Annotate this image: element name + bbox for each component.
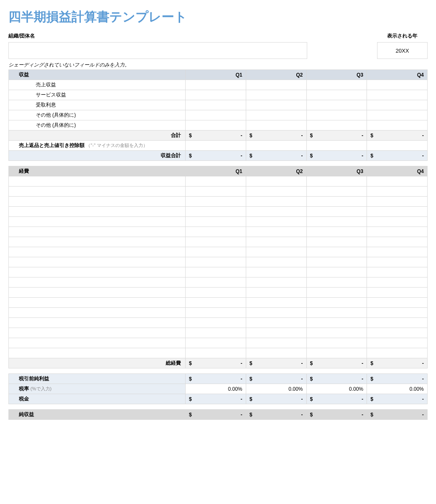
- cell[interactable]: [186, 197, 246, 207]
- cell[interactable]: [186, 328, 246, 338]
- cell[interactable]: [186, 187, 246, 197]
- cell[interactable]: [367, 288, 428, 298]
- expense-row-label[interactable]: [9, 277, 186, 288]
- cell[interactable]: [246, 90, 306, 100]
- cell[interactable]: [246, 267, 306, 277]
- cell[interactable]: [367, 100, 428, 110]
- expense-row-label[interactable]: [9, 348, 186, 358]
- cell[interactable]: [246, 100, 306, 110]
- cell[interactable]: [246, 197, 306, 207]
- cell[interactable]: [246, 237, 306, 247]
- cell[interactable]: [246, 328, 306, 338]
- cell[interactable]: [306, 288, 367, 298]
- expense-row-label[interactable]: [9, 197, 186, 207]
- expense-row-label[interactable]: [9, 338, 186, 348]
- cell[interactable]: [367, 227, 428, 237]
- cell[interactable]: [306, 217, 367, 227]
- cell[interactable]: [367, 348, 428, 358]
- cell[interactable]: [246, 348, 306, 358]
- cell[interactable]: [367, 207, 428, 217]
- cell[interactable]: [186, 318, 246, 328]
- cell[interactable]: [306, 176, 367, 187]
- cell[interactable]: [246, 318, 306, 328]
- cell[interactable]: [186, 207, 246, 217]
- expense-row-label[interactable]: [9, 247, 186, 257]
- cell[interactable]: [186, 308, 246, 318]
- cell[interactable]: [246, 298, 306, 308]
- cell[interactable]: [186, 227, 246, 237]
- cell[interactable]: [367, 247, 428, 257]
- cell[interactable]: [367, 338, 428, 348]
- cell[interactable]: [186, 120, 246, 131]
- cell[interactable]: [246, 227, 306, 237]
- expense-row-label[interactable]: [9, 217, 186, 227]
- cell[interactable]: [306, 90, 367, 100]
- cell[interactable]: [186, 267, 246, 277]
- cell[interactable]: [367, 237, 428, 247]
- cell[interactable]: [306, 257, 367, 267]
- cell[interactable]: [246, 187, 306, 197]
- cell[interactable]: [186, 288, 246, 298]
- cell[interactable]: [306, 267, 367, 277]
- cell[interactable]: [367, 328, 428, 338]
- cell[interactable]: [306, 328, 367, 338]
- cell[interactable]: [246, 308, 306, 318]
- cell[interactable]: [246, 110, 306, 120]
- cell[interactable]: [306, 141, 367, 151]
- taxrate-q1[interactable]: 0.00%: [186, 384, 246, 394]
- cell[interactable]: [246, 207, 306, 217]
- cell[interactable]: [306, 187, 367, 197]
- expense-row-label[interactable]: [9, 328, 186, 338]
- cell[interactable]: [186, 247, 246, 257]
- cell[interactable]: [246, 176, 306, 187]
- cell[interactable]: [306, 298, 367, 308]
- cell[interactable]: [306, 247, 367, 257]
- cell[interactable]: [367, 120, 428, 131]
- cell[interactable]: [186, 257, 246, 267]
- cell[interactable]: [246, 80, 306, 90]
- cell[interactable]: [306, 237, 367, 247]
- taxrate-q3[interactable]: 0.00%: [306, 384, 367, 394]
- cell[interactable]: [306, 207, 367, 217]
- cell[interactable]: [306, 348, 367, 358]
- expense-row-label[interactable]: [9, 207, 186, 217]
- cell[interactable]: [246, 141, 306, 151]
- cell[interactable]: [367, 217, 428, 227]
- cell[interactable]: [246, 120, 306, 131]
- expense-row-label[interactable]: [9, 257, 186, 267]
- cell[interactable]: [367, 197, 428, 207]
- cell[interactable]: [306, 80, 367, 90]
- cell[interactable]: [367, 80, 428, 90]
- cell[interactable]: [186, 110, 246, 120]
- cell[interactable]: [367, 176, 428, 187]
- cell[interactable]: [246, 257, 306, 267]
- cell[interactable]: [306, 110, 367, 120]
- cell[interactable]: [186, 298, 246, 308]
- cell[interactable]: [367, 257, 428, 267]
- cell[interactable]: [306, 308, 367, 318]
- taxrate-q2[interactable]: 0.00%: [246, 384, 306, 394]
- cell[interactable]: [306, 100, 367, 110]
- cell[interactable]: [246, 338, 306, 348]
- cell[interactable]: [186, 277, 246, 288]
- expense-row-label[interactable]: [9, 308, 186, 318]
- cell[interactable]: [186, 90, 246, 100]
- cell[interactable]: [186, 80, 246, 90]
- cell[interactable]: [367, 110, 428, 120]
- cell[interactable]: [246, 217, 306, 227]
- cell[interactable]: [367, 308, 428, 318]
- cell[interactable]: [306, 277, 367, 288]
- cell[interactable]: [246, 288, 306, 298]
- cell[interactable]: [367, 187, 428, 197]
- cell[interactable]: [186, 237, 246, 247]
- expense-row-label[interactable]: [9, 227, 186, 237]
- cell[interactable]: [306, 338, 367, 348]
- expense-row-label[interactable]: [9, 298, 186, 308]
- cell[interactable]: [246, 247, 306, 257]
- cell[interactable]: [367, 277, 428, 288]
- cell[interactable]: [186, 141, 246, 151]
- cell[interactable]: [367, 298, 428, 308]
- expense-row-label[interactable]: [9, 237, 186, 247]
- expense-row-label[interactable]: [9, 187, 186, 197]
- cell[interactable]: [367, 141, 428, 151]
